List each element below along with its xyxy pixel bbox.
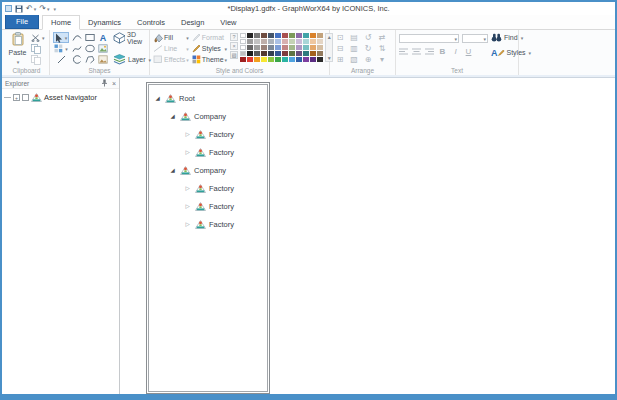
tab-home[interactable]: Home [42,15,80,30]
palette-tool-button[interactable]: ▨ [230,51,238,59]
curve-tool-button[interactable] [72,32,82,43]
expander-collapsed-icon[interactable]: ▷ [183,185,192,191]
color-swatch[interactable] [303,39,309,44]
arrange-tool-icon[interactable]: ⊕ [361,54,375,65]
color-swatch[interactable] [254,57,260,62]
palette-tool-button[interactable]: ? [230,33,238,41]
tree-item-factory[interactable]: ▷ Factory [149,197,267,215]
color-swatch[interactable] [310,57,316,62]
tree-item-factory[interactable]: ▷ Factory [149,143,267,161]
italic-button[interactable]: I [451,47,460,56]
color-swatch[interactable] [268,39,274,44]
color-swatch[interactable] [247,33,253,38]
color-swatch[interactable] [289,51,295,56]
save-button[interactable] [15,5,23,13]
line-tool-button[interactable] [53,54,69,65]
color-swatch[interactable] [310,33,316,38]
color-swatch[interactable] [303,57,309,62]
effects-button[interactable]: Effects ▾ [153,54,189,65]
3d-view-button[interactable]: 3D View [113,32,151,43]
arrange-tool-icon[interactable]: ⇄ [375,32,389,43]
cut-button[interactable]: ▾ [31,32,45,43]
color-swatch[interactable] [310,51,316,56]
tree-item-company[interactable]: ◢ Company [149,161,267,179]
select-tool-button[interactable]: ▾ [53,32,69,43]
underline-button[interactable]: U [464,47,473,56]
styles-button[interactable]: Styles ▾ [192,43,227,54]
tree-item-factory[interactable]: ▷ Factory [149,179,267,197]
tree-item-factory[interactable]: ▷ Factory [149,125,267,143]
color-swatch[interactable] [282,39,288,44]
color-swatch[interactable] [289,45,295,50]
ellipse-tool-button[interactable] [85,43,95,54]
palette-tool-button[interactable]: × [230,42,238,50]
media-tool-button[interactable] [98,54,108,65]
expander-collapsed-icon[interactable]: ▷ [183,203,192,209]
color-swatch[interactable] [296,51,302,56]
format-button[interactable]: Format [192,32,227,43]
color-swatch[interactable] [268,51,274,56]
explorer-item-asset-navigator[interactable]: + Asset Navigator [2,89,119,102]
color-swatch[interactable] [317,57,323,62]
fill-button[interactable]: Fill ▾ [153,32,189,43]
color-swatch[interactable] [275,39,281,44]
copy-button[interactable] [31,43,45,54]
app-icon[interactable] [5,5,12,12]
color-swatch[interactable] [240,39,246,44]
color-swatch[interactable] [240,45,246,50]
rectangle-tool-button[interactable] [85,32,95,43]
close-icon[interactable]: × [112,80,116,87]
color-swatch[interactable] [254,45,260,50]
color-swatch[interactable] [275,45,281,50]
align-right-button[interactable] [425,48,434,55]
line-style-button[interactable]: Line ▾ [153,43,189,54]
paste-button[interactable]: Paste ▾ [7,32,28,65]
color-swatch[interactable] [275,57,281,62]
expander-collapsed-icon[interactable]: ▷ [183,131,192,137]
arrange-tool-icon[interactable]: ⊞ [333,54,347,65]
color-swatch[interactable] [289,39,295,44]
color-swatch[interactable] [261,33,267,38]
color-swatch[interactable] [240,51,246,56]
color-swatch[interactable] [317,39,323,44]
arrange-tool-icon[interactable]: ⇅ [375,43,389,54]
color-swatch[interactable] [261,57,267,62]
arrange-tool-icon[interactable]: ▤ [347,32,361,43]
asset-tree-control[interactable]: ◢ Root◢ Company▷ Factory▷ Factory◢ Compa… [146,82,270,394]
tab-controls[interactable]: Controls [129,16,173,29]
color-swatch[interactable] [275,51,281,56]
arc-tool-button[interactable] [72,54,82,65]
color-swatch[interactable] [289,33,295,38]
polygon-tool-button[interactable] [85,54,95,65]
color-swatch[interactable] [303,33,309,38]
arrange-tool-icon[interactable]: ↻ [361,43,375,54]
expander-expanded-icon[interactable]: ◢ [168,113,177,119]
expander-box[interactable]: + [13,94,20,101]
color-swatch[interactable] [268,57,274,62]
color-swatch[interactable] [296,39,302,44]
tree-item-root[interactable]: ◢ Root [149,89,267,107]
qat-customize-button[interactable]: ▾ [53,6,56,12]
redo-button[interactable]: ↷▾ [39,4,49,14]
color-swatch[interactable] [282,57,288,62]
color-swatch[interactable] [261,39,267,44]
tab-dynamics[interactable]: Dynamics [80,16,129,29]
align-center-button[interactable] [412,48,421,55]
color-swatch[interactable] [275,33,281,38]
color-swatch[interactable] [296,45,302,50]
color-swatch[interactable] [317,45,323,50]
color-swatch[interactable] [317,51,323,56]
pin-icon[interactable] [101,79,108,87]
image-tool-button[interactable] [98,43,108,54]
theme-button[interactable]: Theme ▾ [192,54,227,65]
color-swatch[interactable] [254,33,260,38]
layer-button[interactable]: Layer ▾ [113,54,151,65]
color-swatch[interactable] [310,39,316,44]
color-swatch[interactable] [296,57,302,62]
arrange-tool-icon[interactable]: ⊡ [333,32,347,43]
arrange-tool-icon[interactable]: ▾ [375,54,389,65]
color-swatch[interactable] [261,45,267,50]
text-tool-button[interactable]: A [98,32,108,43]
color-swatch[interactable] [296,33,302,38]
color-swatch[interactable] [289,57,295,62]
